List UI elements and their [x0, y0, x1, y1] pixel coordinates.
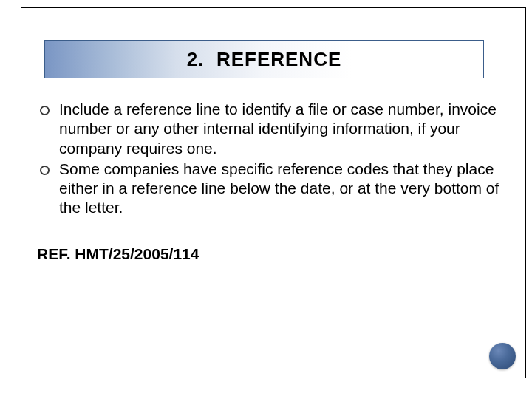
bullet-list: Include a reference line to identify a f… [37, 100, 502, 218]
list-item: Some companies have specific reference c… [37, 160, 502, 218]
reference-example: REF. HMT/25/2005/114 [37, 245, 199, 263]
title-first-letter: R [216, 48, 231, 70]
slide-title: 2. REFERENCE [187, 48, 342, 71]
decorative-circle-icon [489, 343, 516, 369]
content-area: Include a reference line to identify a f… [37, 100, 502, 219]
title-rest: EFERENCE [231, 48, 342, 70]
title-number: 2. [187, 48, 205, 70]
title-box: 2. REFERENCE [44, 40, 484, 78]
list-item: Include a reference line to identify a f… [37, 100, 502, 158]
